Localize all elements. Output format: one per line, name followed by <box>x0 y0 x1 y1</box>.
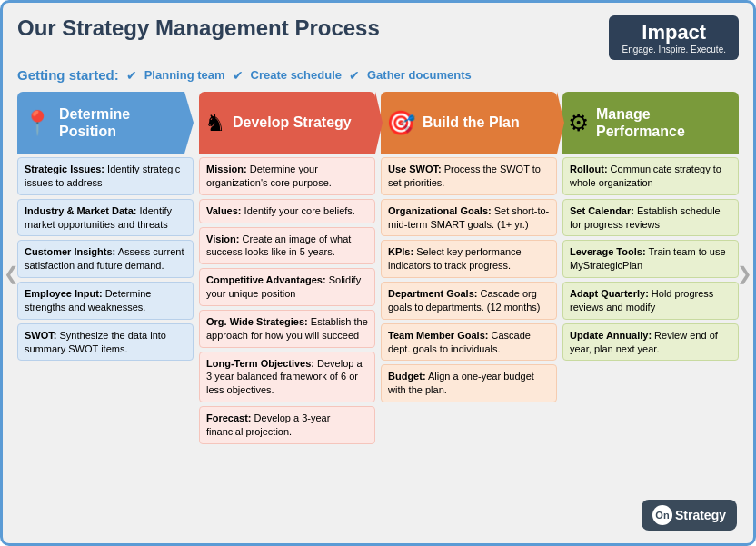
on-circle: On <box>652 505 672 525</box>
list-item: Employee Input: Determine strengths and … <box>17 282 194 320</box>
col3-items: Use SWOT: Process the SWOT to set priori… <box>381 157 557 402</box>
col1-header: 📍 Determine Position <box>17 92 194 154</box>
list-item: SWOT: Synthesize the data into summary S… <box>17 323 194 362</box>
check3: ✔ <box>349 68 360 83</box>
determine-icon: 📍 <box>23 109 52 137</box>
col3-header: 🎯 Build the Plan <box>381 92 557 154</box>
header: Our Strategy Management Process Impact E… <box>17 15 739 60</box>
col4-items: Rollout: Communicate strategy to whole o… <box>562 157 739 361</box>
list-item: Industry & Market Data: Identify market … <box>17 199 194 237</box>
list-item: Rollout: Communicate strategy to whole o… <box>562 157 739 195</box>
main-container: ❮ ❯ Our Strategy Management Process Impa… <box>0 0 756 546</box>
list-item: Team Member Goals: Cascade dept. goals t… <box>381 323 557 362</box>
list-item: Values: Identify your core beliefs. <box>199 199 375 223</box>
col2-header: ♞ Develop Strategy <box>199 92 375 154</box>
list-item: Update Annually: Review end of year, pla… <box>562 323 739 362</box>
col1-items: Strategic Issues: Identify strategic iss… <box>17 157 194 361</box>
brand-box: Impact Engage. Inspire. Execute. <box>609 15 739 60</box>
gs-item-2: Create schedule <box>251 68 342 82</box>
strategy-text: Strategy <box>675 508 726 522</box>
column-determine: 📍 Determine Position Strategic Issues: I… <box>17 92 194 444</box>
list-item: Forecast: Develop a 3-year financial pro… <box>199 406 375 444</box>
build-icon: 🎯 <box>386 109 415 137</box>
col2-items: Mission: Determine your organization's c… <box>199 157 375 444</box>
col4-title: Manage Performance <box>596 105 733 140</box>
page-title: Our Strategy Management Process <box>17 15 380 41</box>
getting-started-label: Getting started: <box>17 67 119 83</box>
onstrategy-logo: On Strategy <box>642 500 737 531</box>
column-build: 🎯 Build the Plan Use SWOT: Process the S… <box>381 92 557 444</box>
list-item: Budget: Align a one-year budget with the… <box>381 364 557 402</box>
check1: ✔ <box>126 68 137 83</box>
list-item: Organizational Goals: Set short-to-mid-t… <box>381 199 557 237</box>
list-item: Vision: Create an image of what success … <box>199 227 375 265</box>
nav-right-arrow[interactable]: ❯ <box>737 263 752 284</box>
manage-icon: ⚙ <box>568 109 589 137</box>
list-item: Adapt Quarterly: Hold progress reviews a… <box>562 282 739 320</box>
main-grid: 📍 Determine Position Strategic Issues: I… <box>17 92 739 444</box>
gs-item-3: Gather documents <box>367 68 472 82</box>
column-develop: ♞ Develop Strategy Mission: Determine yo… <box>199 92 375 444</box>
develop-icon: ♞ <box>204 109 225 137</box>
getting-started-row: Getting started: ✔ Planning team ✔ Creat… <box>17 67 739 83</box>
list-item: Long-Term Objectives: Develop a 3 year b… <box>199 352 375 403</box>
list-item: Strategic Issues: Identify strategic iss… <box>17 157 194 195</box>
brand-tagline: Engage. Inspire. Execute. <box>622 45 726 55</box>
col3-title: Build the Plan <box>423 114 520 131</box>
nav-left-arrow[interactable]: ❮ <box>4 263 19 284</box>
list-item: Department Goals: Cascade org goals to d… <box>381 282 557 320</box>
list-item: KPIs: Select key performance indicators … <box>381 240 557 278</box>
list-item: Customer Insights: Assess current satisf… <box>17 240 194 278</box>
list-item: Mission: Determine your organization's c… <box>199 157 375 195</box>
col4-header: ⚙ Manage Performance <box>562 92 739 154</box>
list-item: Use SWOT: Process the SWOT to set priori… <box>381 157 557 195</box>
list-item: Org. Wide Strategies: Establish the appr… <box>199 310 375 348</box>
col1-title: Determine Position <box>59 105 188 140</box>
brand-impact: Impact <box>622 21 726 45</box>
list-item: Leverage Tools: Train team to use MyStra… <box>562 240 739 278</box>
list-item: Set Calendar: Establish schedule for pro… <box>562 199 739 237</box>
column-manage: ⚙ Manage Performance Rollout: Communicat… <box>562 92 739 444</box>
gs-item-1: Planning team <box>144 68 225 82</box>
list-item: Competitive Advantages: Solidify your un… <box>199 268 375 306</box>
check2: ✔ <box>233 68 244 83</box>
col2-title: Develop Strategy <box>233 114 352 131</box>
